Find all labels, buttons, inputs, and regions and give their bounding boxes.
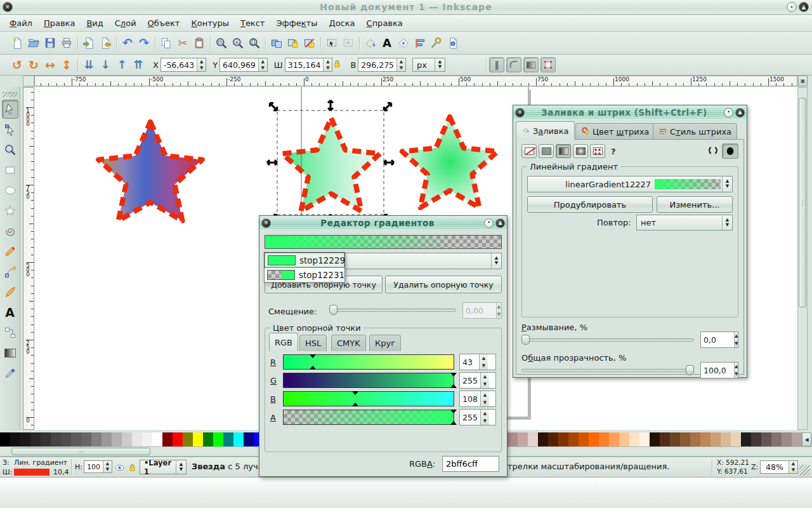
zoom-selection-icon[interactable] [213,35,230,51]
palette-swatch[interactable] [599,432,609,446]
save-icon[interactable] [42,35,58,51]
selection-handle[interactable] [268,102,279,112]
palette-swatch[interactable] [20,432,30,446]
move-gradients-toggle[interactable] [523,57,539,72]
lower-to-bottom-icon[interactable]: ⇊ [81,57,97,73]
palette-swatch[interactable] [213,432,223,446]
open-icon[interactable] [25,35,42,51]
clone-icon[interactable] [285,35,301,51]
scale-corners-toggle[interactable] [506,57,521,72]
channel-spinbox-A[interactable]: 255▲▼ [459,409,496,425]
palette-swatch[interactable] [589,432,599,446]
menu-слой[interactable]: Слой [109,17,142,30]
layer-lock-icon[interactable] [126,461,138,474]
selection-handle[interactable] [328,100,333,110]
layer-combo-arrows-icon[interactable]: ▲▼ [176,460,186,474]
palette-more-icon[interactable]: ◀ [802,432,811,446]
tool-node-editor-icon[interactable] [2,120,18,139]
stop-combo-arrows-icon[interactable]: ▲▼ [491,253,501,269]
palette-swatch[interactable] [0,432,10,446]
palette-swatch[interactable] [518,432,528,446]
text-icon[interactable]: A [379,35,395,51]
fs-shade-icon[interactable]: ▲ [735,108,745,117]
channel-slider-A[interactable] [283,410,454,425]
redo-icon[interactable]: ↷ [136,35,152,51]
rotate-ccw-icon[interactable]: ↺ [9,57,25,73]
duplicate-gradient-button[interactable]: Продублировать [527,196,653,213]
palette-swatch[interactable] [162,432,173,446]
channel-slider-G[interactable] [283,373,454,388]
tool-text-tool-icon[interactable]: A [2,303,18,322]
horizontal-ruler[interactable]: -750-500-2500250500750100012501500 [34,76,797,86]
palette-swatch[interactable] [741,432,751,446]
fill-indicator-value[interactable]: Лин. градиент [14,458,67,467]
edit-gradient-button[interactable]: Изменить... [657,196,733,213]
color-tab-hsl[interactable]: HSL [299,335,327,351]
fill-rule-nonzero-icon[interactable] [722,144,738,159]
color-managed-view-button[interactable]: ▣ [798,76,808,86]
ge-minimize-icon[interactable]: • [484,218,494,228]
deselect-icon[interactable] [340,35,357,51]
palette-swatch[interactable] [183,432,193,446]
export-icon[interactable] [97,35,114,51]
palette-swatch[interactable] [700,432,710,446]
blur-slider-thumb[interactable] [521,335,530,345]
tool-spiral-icon[interactable] [2,222,18,241]
menu-правка[interactable]: Правка [38,17,81,30]
palette-swatch[interactable] [91,432,102,446]
palette-swatch[interactable] [761,432,771,446]
scale-stroke-toggle[interactable]: ‖ [489,57,504,72]
opacity-slider-thumb[interactable] [686,365,694,375]
palette-swatch[interactable] [41,432,51,446]
fill-type-pattern-icon[interactable] [590,144,605,158]
palette-swatch[interactable] [173,432,183,446]
selection-handle[interactable] [267,160,277,165]
palette-swatch[interactable] [152,432,162,446]
palette-swatch[interactable] [650,432,660,446]
vertical-scrollbar[interactable]: ▲ ⋮ ▲ ▼ [797,87,808,430]
toolbox-drag-handle[interactable] [3,92,17,97]
master-opacity-slider[interactable] [521,364,694,376]
stroke-width-value[interactable]: 10,4 [53,468,69,476]
palette-swatch[interactable] [629,432,639,446]
ge-close-icon[interactable]: ✕ [261,218,271,228]
menu-вид[interactable]: Вид [81,17,108,30]
palette-swatch[interactable] [609,432,619,446]
paste-icon[interactable] [191,35,207,51]
tool-connector-icon[interactable] [2,323,18,342]
tool-star-icon[interactable] [2,201,18,220]
master-opacity-spin-arrows[interactable]: ▲▼ [734,363,738,378]
raise-icon[interactable]: ↑ [114,57,130,73]
selection-handle[interactable] [383,102,393,112]
fill-type-linear-icon[interactable] [556,144,571,158]
delete-stop-button[interactable]: Удалить опорную точку [385,276,502,293]
undo-icon[interactable]: ↶ [119,35,136,51]
channel-spinbox-G[interactable]: 255▲▼ [459,372,496,389]
layer-visibility-eye-icon[interactable] [113,461,126,474]
import-icon[interactable] [81,35,97,51]
horizontal-scroll-thumb[interactable]: ⋯ [11,448,150,455]
palette-swatch[interactable] [528,432,538,446]
coord-spinbox-Y[interactable]: 640,969▲▼ [219,58,268,72]
palette-swatch[interactable] [142,432,152,446]
fs-minimize-icon[interactable]: • [724,108,733,117]
palette-swatch[interactable] [660,432,670,446]
repeat-combo[interactable]: нет ▲▼ [636,215,733,231]
gradient-combo-arrows-icon[interactable]: ▲▼ [722,177,732,192]
palette-swatch[interactable] [792,432,802,446]
gradient-editor-titlebar[interactable]: ✕ Редактор градиентов • ▲ [259,216,507,230]
rgba-hex-input[interactable] [442,456,499,472]
tool-zoom-icon[interactable] [2,140,18,159]
star-shape-1[interactable] [98,122,202,221]
channel-spinbox-B[interactable]: 108▲▼ [459,391,496,407]
menu-объект[interactable]: Объект [142,17,186,30]
palette-swatch[interactable] [61,432,71,446]
copy-icon[interactable] [158,35,174,51]
shade-icon[interactable]: ▲ [799,2,809,12]
palette-swatch[interactable] [751,432,761,446]
coord-spinbox-X[interactable]: -56,643▲▼ [160,58,206,72]
menu-доска[interactable]: Доска [323,17,360,30]
palette-swatch[interactable] [223,432,233,446]
move-patterns-toggle[interactable] [540,57,556,72]
document-properties-icon[interactable]: i [445,35,461,51]
